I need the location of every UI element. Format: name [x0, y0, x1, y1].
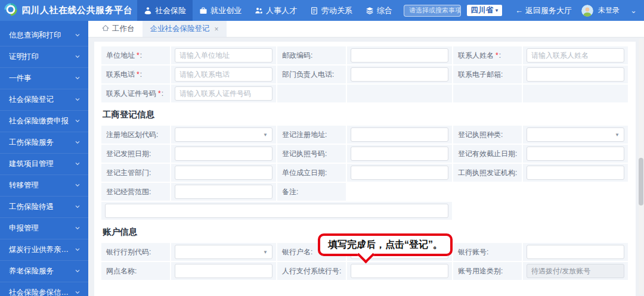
sidebar-item-certificate-print[interactable]: 证明打印 — [0, 46, 88, 68]
primary-nav: 社会保险就业创业人事人才劳动关系综合 — [137, 0, 399, 21]
sidebar-item-contribution-declaration[interactable]: 社会保险缴费申报 — [0, 111, 88, 132]
sidebar-item-one-thing[interactable]: 一件事 — [0, 68, 88, 89]
nav-item-label: 人事人才 — [266, 5, 297, 16]
chevron-down-icon — [75, 53, 80, 61]
tab-bar: 工作台企业社会保险登记× — [88, 21, 644, 38]
account-purpose-category-input: 待遇拨付/发放账号 — [527, 264, 624, 278]
nav-employment[interactable]: 就业创业 — [193, 0, 248, 21]
region-caret-icon: ▾ — [496, 8, 498, 13]
tab-workbench[interactable]: 工作台 — [94, 21, 143, 37]
chevron-down-icon — [75, 96, 80, 104]
sidebar-item-label: 工伤保险服务 — [9, 138, 54, 148]
bank-category-code-input[interactable]: ▼ — [175, 245, 273, 259]
sidebar-item-coal-dependents-business[interactable]: 煤炭行业供养亲属业务 — [0, 239, 88, 261]
sidebar-item-label: 转移管理 — [9, 180, 39, 191]
empty-cell — [347, 85, 452, 102]
contact-phone-label: 联系电话*: — [101, 66, 170, 83]
brand: 四川人社在线公共服务平台 — [0, 3, 132, 18]
nav-item-label: 就业创业 — [210, 5, 242, 16]
license-number-input[interactable] — [351, 147, 448, 161]
contact-phone-input[interactable]: 请输入联系电话 — [175, 67, 273, 82]
postal-code-input[interactable] — [351, 48, 448, 63]
unit-establish-date-input[interactable] — [351, 166, 448, 180]
license-issuing-agency-input[interactable] — [527, 166, 624, 180]
search-input[interactable]: 请选择或搜索事项 — [404, 5, 461, 17]
nav-hr-talent[interactable]: 人事人才 — [248, 0, 304, 21]
back-arrow-icon: ← — [515, 6, 523, 15]
license-expiry-date-input[interactable] — [527, 147, 624, 161]
chevron-down-icon[interactable]: ⌄ — [630, 6, 637, 15]
people-icon — [255, 7, 263, 15]
sidebar-item-label: 养老保险服务 — [9, 266, 54, 276]
tab-enterprise-social-insurance-registration[interactable]: 企业社会保险登记× — [143, 21, 227, 37]
nav-social-insurance[interactable]: 社会保险 — [137, 0, 193, 21]
sidebar-item-label: 社会保险登记 — [9, 95, 54, 105]
contact-email-label: 联系电子邮箱: — [453, 66, 522, 83]
sidebar-item-label: 煤炭行业供养亲属业务 — [9, 245, 75, 255]
sidebar-item-construction-project[interactable]: 建筑项目管理 — [0, 154, 88, 175]
field-placeholder: 请输入联系人姓名 — [531, 51, 589, 61]
bank-category-code-label: 银行行别代码: — [101, 243, 170, 261]
chevron-down-icon — [75, 182, 80, 190]
sidebar-item-info-query-print[interactable]: 信息查询和打印 — [0, 25, 88, 46]
license-issue-date-input[interactable] — [175, 147, 273, 161]
close-icon[interactable]: × — [215, 25, 219, 33]
sidebar-item-pension-service[interactable]: 养老保险服务 — [0, 261, 88, 282]
nav-labor-relations[interactable]: 劳动关系 — [304, 0, 359, 21]
sidebar-item-work-injury-benefits[interactable]: 工伤保险待遇 — [0, 197, 88, 218]
tab-label: 工作台 — [112, 24, 135, 34]
contact-email-input[interactable] — [527, 67, 624, 82]
chevron-down-icon — [75, 267, 80, 276]
field-placeholder: 请输入联系人证件号码 — [179, 89, 251, 99]
section-title: 工商登记信息 — [103, 109, 628, 120]
back-to-hall-link[interactable]: ← 返回服务大厅 — [515, 5, 572, 16]
sidebar-item-label: 信息查询和打印 — [9, 30, 61, 40]
account-purpose-category-label: 账号用途类别: — [453, 262, 522, 280]
business-scope-label: 登记经营范围: — [101, 183, 170, 201]
nav-item-label: 综合 — [377, 5, 392, 16]
platform-logo-icon — [4, 3, 17, 18]
registered-address-input[interactable] — [351, 127, 448, 142]
nav-item-label: 劳动关系 — [321, 5, 352, 16]
avatar[interactable] — [581, 5, 593, 17]
annotation-callout: 填写完成后，点击“登记”。 — [318, 233, 453, 256]
sidebar-item-label: 建筑项目管理 — [9, 159, 54, 169]
contact-id-number-input[interactable]: 请输入联系人证件号码 — [175, 86, 273, 101]
chevron-down-icon — [75, 117, 80, 126]
back-label: 返回服务大厅 — [525, 5, 572, 16]
registration-authority-input[interactable] — [175, 166, 273, 180]
sidebar-item-transfer-management[interactable]: 转移管理 — [0, 175, 88, 197]
scrollbar-thumb[interactable] — [639, 158, 643, 205]
scrollbar[interactable] — [639, 39, 643, 295]
branch-name-input[interactable] — [175, 264, 273, 278]
license-type-input[interactable]: ▼ — [527, 127, 624, 142]
bank-account-number-input[interactable] — [527, 245, 624, 259]
unit-address-input[interactable]: 请输入单位地址 — [175, 48, 273, 63]
empty-cell — [453, 85, 522, 102]
contact-name-input[interactable]: 请输入联系人姓名 — [527, 48, 624, 63]
remarks-input[interactable] — [105, 204, 448, 218]
form-row: 联系电话*:请输入联系电话部门负责人电话:联系电子邮箱: — [101, 66, 628, 83]
form-row: 登记发照日期:登记执照号码:登记有效截止日期: — [101, 145, 628, 163]
tab-label: 企业社会保险登记 — [150, 24, 210, 34]
form-row: 联系人证件号码*:请输入联系人证件号码 — [101, 85, 628, 102]
sidebar-item-label: 社会保险缴费申报 — [9, 116, 69, 126]
registration-region-code-input[interactable]: ▼ — [175, 127, 273, 142]
sidebar: 信息查询和打印证明打印一件事社会保险登记社会保险缴费申报工伤保险服务建筑项目管理… — [0, 21, 88, 296]
business-scope-input[interactable] — [175, 185, 273, 199]
region-label: 四川省 — [471, 5, 494, 15]
nav-comprehensive[interactable]: 综合 — [359, 0, 399, 21]
region-select[interactable]: 四川省 ▾ — [467, 5, 503, 16]
top-header: 四川人社在线公共服务平台 社会保险就业创业人事人才劳动关系综合 请选择或搜索事项… — [0, 0, 644, 21]
chevron-down-icon — [75, 246, 80, 254]
sidebar-item-social-insurance-registration[interactable]: 社会保险登记 — [0, 89, 88, 111]
bank-account-number-label: 银行账号: — [453, 243, 522, 261]
sidebar-item-work-injury-service[interactable]: 工伤保险服务 — [0, 132, 88, 154]
layers-icon — [366, 7, 374, 15]
sidebar-item-insured-info-maintenance[interactable]: 社会保险参保信息维护 — [0, 282, 88, 296]
sidebar-item-declaration-management[interactable]: 申报管理 — [0, 218, 88, 239]
pboc-payment-system-code-input[interactable] — [351, 264, 448, 278]
license-expiry-date-label: 登记有效截止日期: — [453, 145, 522, 163]
briefcase-icon — [199, 7, 208, 15]
department-head-phone-input[interactable] — [351, 67, 448, 82]
